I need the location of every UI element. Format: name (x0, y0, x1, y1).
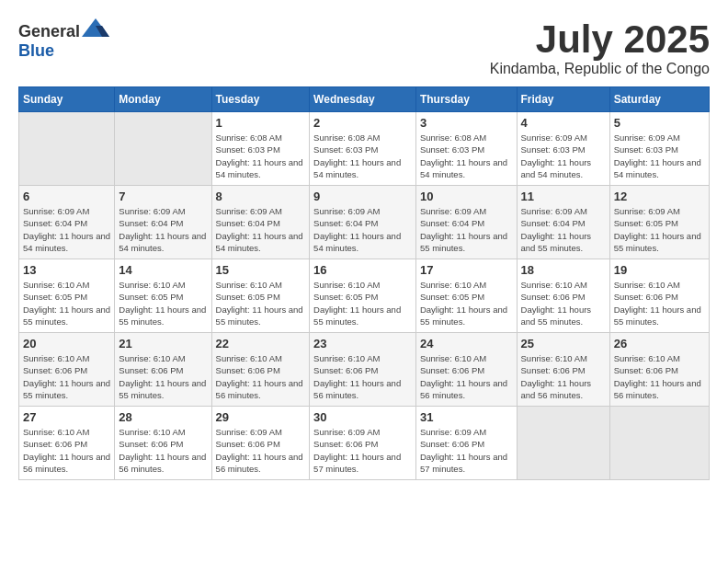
weekday-header-thursday: Thursday (415, 87, 517, 112)
page-header: General Blue July 2025 Kindamba, Republi… (18, 18, 710, 77)
calendar-cell: 14Sunrise: 6:10 AM Sunset: 6:05 PM Dayli… (115, 259, 211, 333)
day-number: 12 (614, 190, 705, 203)
day-number: 23 (313, 337, 412, 350)
calendar-week-row: 1Sunrise: 6:08 AM Sunset: 6:03 PM Daylig… (19, 112, 710, 186)
day-number: 6 (23, 190, 110, 203)
calendar-cell: 30Sunrise: 6:09 AM Sunset: 6:06 PM Dayli… (310, 407, 416, 480)
calendar-cell (517, 407, 609, 480)
day-info: Sunrise: 6:09 AM Sunset: 6:06 PM Dayligh… (313, 426, 412, 475)
day-number: 8 (216, 190, 306, 203)
day-info: Sunrise: 6:09 AM Sunset: 6:05 PM Dayligh… (614, 205, 705, 254)
calendar-table: SundayMondayTuesdayWednesdayThursdayFrid… (18, 86, 710, 480)
day-number: 10 (420, 190, 513, 203)
day-info: Sunrise: 6:10 AM Sunset: 6:05 PM Dayligh… (23, 279, 110, 327)
calendar-cell: 11Sunrise: 6:09 AM Sunset: 6:04 PM Dayli… (517, 186, 609, 259)
calendar-cell: 10Sunrise: 6:09 AM Sunset: 6:04 PM Dayli… (415, 186, 517, 259)
day-info: Sunrise: 6:09 AM Sunset: 6:03 PM Dayligh… (614, 132, 705, 180)
calendar-cell: 6Sunrise: 6:09 AM Sunset: 6:04 PM Daylig… (19, 186, 115, 259)
calendar-cell: 7Sunrise: 6:09 AM Sunset: 6:04 PM Daylig… (115, 186, 211, 259)
day-info: Sunrise: 6:10 AM Sunset: 6:06 PM Dayligh… (614, 279, 705, 327)
calendar-cell: 5Sunrise: 6:09 AM Sunset: 6:03 PM Daylig… (609, 112, 709, 186)
weekday-header-monday: Monday (115, 87, 211, 112)
calendar-cell: 4Sunrise: 6:09 AM Sunset: 6:03 PM Daylig… (517, 112, 609, 186)
day-number: 31 (420, 410, 513, 424)
calendar-cell: 3Sunrise: 6:08 AM Sunset: 6:03 PM Daylig… (415, 112, 517, 186)
day-number: 13 (23, 263, 110, 277)
calendar-cell (609, 407, 709, 480)
day-number: 22 (216, 337, 306, 350)
day-info: Sunrise: 6:10 AM Sunset: 6:06 PM Dayligh… (216, 352, 306, 401)
calendar-cell: 13Sunrise: 6:10 AM Sunset: 6:05 PM Dayli… (19, 259, 115, 333)
calendar-cell: 17Sunrise: 6:10 AM Sunset: 6:05 PM Dayli… (415, 259, 517, 333)
day-info: Sunrise: 6:09 AM Sunset: 6:04 PM Dayligh… (521, 205, 606, 254)
day-number: 26 (614, 337, 705, 350)
day-info: Sunrise: 6:09 AM Sunset: 6:04 PM Dayligh… (23, 205, 110, 254)
day-number: 28 (119, 410, 207, 424)
month-year-title: July 2025 (490, 18, 710, 61)
calendar-week-row: 20Sunrise: 6:10 AM Sunset: 6:06 PM Dayli… (19, 333, 710, 407)
calendar-cell (115, 112, 211, 186)
day-number: 30 (313, 410, 412, 424)
day-info: Sunrise: 6:10 AM Sunset: 6:06 PM Dayligh… (119, 426, 207, 475)
day-number: 2 (313, 116, 412, 130)
day-number: 24 (420, 337, 513, 350)
day-info: Sunrise: 6:10 AM Sunset: 6:06 PM Dayligh… (614, 352, 705, 401)
day-number: 25 (521, 337, 606, 350)
calendar-week-row: 13Sunrise: 6:10 AM Sunset: 6:05 PM Dayli… (19, 259, 710, 333)
day-number: 11 (521, 190, 606, 203)
day-number: 4 (521, 116, 606, 130)
day-info: Sunrise: 6:10 AM Sunset: 6:06 PM Dayligh… (521, 279, 606, 327)
day-info: Sunrise: 6:08 AM Sunset: 6:03 PM Dayligh… (313, 132, 412, 180)
day-number: 27 (23, 410, 110, 424)
day-number: 21 (119, 337, 207, 350)
weekday-header-sunday: Sunday (19, 87, 115, 112)
calendar-cell: 26Sunrise: 6:10 AM Sunset: 6:06 PM Dayli… (609, 333, 709, 407)
day-number: 17 (420, 263, 513, 277)
day-info: Sunrise: 6:09 AM Sunset: 6:06 PM Dayligh… (216, 426, 306, 475)
calendar-cell: 8Sunrise: 6:09 AM Sunset: 6:04 PM Daylig… (211, 186, 310, 259)
title-block: July 2025 Kindamba, Republic of the Cong… (490, 18, 710, 77)
calendar-cell: 29Sunrise: 6:09 AM Sunset: 6:06 PM Dayli… (211, 407, 310, 480)
logo: General Blue (18, 18, 109, 61)
calendar-cell: 2Sunrise: 6:08 AM Sunset: 6:03 PM Daylig… (310, 112, 416, 186)
day-info: Sunrise: 6:09 AM Sunset: 6:06 PM Dayligh… (420, 426, 513, 475)
weekday-header-friday: Friday (517, 87, 609, 112)
day-info: Sunrise: 6:10 AM Sunset: 6:06 PM Dayligh… (119, 352, 207, 401)
logo-icon (82, 18, 109, 37)
calendar-cell (19, 112, 115, 186)
day-number: 7 (119, 190, 207, 203)
calendar-cell: 20Sunrise: 6:10 AM Sunset: 6:06 PM Dayli… (19, 333, 115, 407)
day-number: 20 (23, 337, 110, 350)
day-info: Sunrise: 6:09 AM Sunset: 6:04 PM Dayligh… (119, 205, 207, 254)
calendar-cell: 27Sunrise: 6:10 AM Sunset: 6:06 PM Dayli… (19, 407, 115, 480)
calendar-cell: 15Sunrise: 6:10 AM Sunset: 6:05 PM Dayli… (211, 259, 310, 333)
day-info: Sunrise: 6:10 AM Sunset: 6:05 PM Dayligh… (216, 279, 306, 327)
logo-blue: Blue (18, 41, 54, 60)
day-info: Sunrise: 6:09 AM Sunset: 6:04 PM Dayligh… (420, 205, 513, 254)
day-number: 16 (313, 263, 412, 277)
day-info: Sunrise: 6:09 AM Sunset: 6:03 PM Dayligh… (521, 132, 606, 180)
calendar-cell: 9Sunrise: 6:09 AM Sunset: 6:04 PM Daylig… (310, 186, 416, 259)
logo-general: General (18, 22, 80, 40)
day-number: 14 (119, 263, 207, 277)
day-info: Sunrise: 6:08 AM Sunset: 6:03 PM Dayligh… (216, 132, 306, 180)
day-number: 3 (420, 116, 513, 130)
day-number: 15 (216, 263, 306, 277)
day-number: 9 (313, 190, 412, 203)
day-info: Sunrise: 6:10 AM Sunset: 6:06 PM Dayligh… (420, 352, 513, 401)
calendar-cell: 31Sunrise: 6:09 AM Sunset: 6:06 PM Dayli… (415, 407, 517, 480)
calendar-cell: 23Sunrise: 6:10 AM Sunset: 6:06 PM Dayli… (310, 333, 416, 407)
day-info: Sunrise: 6:10 AM Sunset: 6:06 PM Dayligh… (23, 426, 110, 475)
calendar-week-row: 6Sunrise: 6:09 AM Sunset: 6:04 PM Daylig… (19, 186, 710, 259)
day-info: Sunrise: 6:10 AM Sunset: 6:05 PM Dayligh… (420, 279, 513, 327)
day-info: Sunrise: 6:10 AM Sunset: 6:06 PM Dayligh… (313, 352, 412, 401)
day-number: 1 (216, 116, 306, 130)
calendar-cell: 18Sunrise: 6:10 AM Sunset: 6:06 PM Dayli… (517, 259, 609, 333)
calendar-cell: 22Sunrise: 6:10 AM Sunset: 6:06 PM Dayli… (211, 333, 310, 407)
weekday-header-wednesday: Wednesday (310, 87, 416, 112)
weekday-header-tuesday: Tuesday (211, 87, 310, 112)
day-number: 29 (216, 410, 306, 424)
calendar-cell: 28Sunrise: 6:10 AM Sunset: 6:06 PM Dayli… (115, 407, 211, 480)
weekday-header-saturday: Saturday (609, 87, 709, 112)
day-number: 5 (614, 116, 705, 130)
